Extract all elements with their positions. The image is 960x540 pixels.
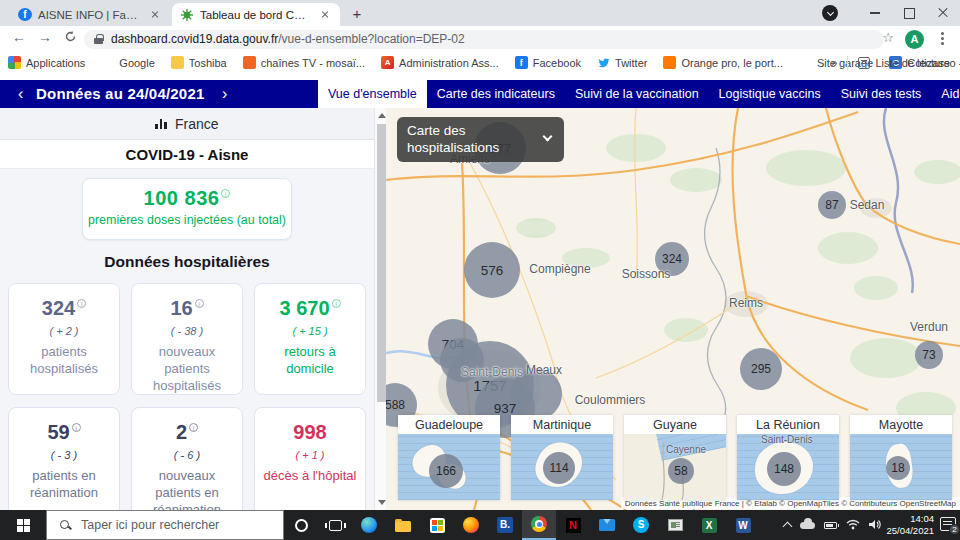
info-icon[interactable] (221, 189, 230, 198)
skype-button[interactable] (624, 510, 658, 540)
profile-avatar[interactable]: A (905, 30, 924, 49)
store-button[interactable] (420, 510, 454, 540)
stat-delta: ( - 6 ) (132, 449, 242, 461)
map-bubble[interactable]: 148 (767, 452, 801, 486)
window-controls (858, 0, 960, 26)
url-input[interactable]: dashboard.covid19.data.gouv.fr/vue-d-ens… (84, 30, 884, 49)
browser-menu-icon[interactable] (941, 37, 944, 40)
maximize-button[interactable] (892, 0, 926, 26)
hospitalisations-map[interactable]: 57787576324704175793758829573 AmiensSeda… (386, 108, 960, 510)
taskbar-search[interactable]: Taper ici pour rechercher (46, 510, 284, 540)
reload-icon[interactable] (64, 30, 77, 46)
close-window-button[interactable] (926, 0, 960, 26)
divider (847, 56, 848, 70)
forward-icon[interactable]: → (38, 29, 52, 45)
info-icon[interactable] (189, 423, 198, 432)
close-icon[interactable] (148, 8, 162, 22)
overseas-card-mayotte[interactable]: Mayotte 18 (850, 415, 952, 500)
file-explorer-button[interactable] (386, 510, 420, 540)
bookmark-twitter[interactable]: Twitter (597, 56, 647, 69)
volume-icon[interactable] (869, 516, 882, 534)
new-tab-button[interactable]: + (348, 5, 366, 23)
word-button[interactable] (726, 510, 760, 540)
bookmark-orange-pro[interactable]: Orange pro, le port... (663, 56, 783, 69)
city-label-sedan: Sedan (850, 198, 885, 212)
tab-vue-densemble[interactable]: Vue d'ensemble (318, 80, 427, 108)
info-icon[interactable] (195, 299, 204, 308)
bar-chart-icon (155, 119, 167, 129)
tab-suivi-des-tests[interactable]: Suivi des tests (831, 80, 932, 108)
scroll-up-icon[interactable] (378, 113, 386, 118)
battery-icon[interactable] (824, 522, 837, 529)
wifi-icon[interactable] (846, 516, 860, 534)
netflix-button[interactable] (556, 510, 590, 540)
map-bubble[interactable]: 166 (429, 454, 463, 488)
tray-expand-icon[interactable] (783, 522, 793, 532)
vaccine-value: 100 836 (83, 187, 291, 210)
mail-button[interactable] (590, 510, 624, 540)
start-button[interactable] (0, 510, 46, 540)
minimize-button[interactable] (858, 0, 892, 26)
onedrive-cloud-icon[interactable] (800, 522, 815, 529)
firefox-button[interactable] (454, 510, 488, 540)
tab-suivi-vaccination[interactable]: Suivi de la vaccination (565, 80, 709, 108)
info-icon[interactable] (77, 299, 86, 308)
scroll-down-icon[interactable] (378, 500, 386, 505)
previous-date-button[interactable]: ‹ (18, 80, 23, 108)
stat-label: retours à domicile (255, 344, 365, 378)
action-center-button[interactable]: 2 (940, 517, 956, 531)
task-view-icon (329, 520, 342, 531)
bookmark-administration[interactable]: Administration Ass... (381, 56, 499, 69)
tab-covid-dashboard[interactable]: Tableau de bord COVID-19 Suivi (172, 3, 340, 26)
bookmark-google[interactable]: Google (101, 56, 154, 69)
bookmark-toshiba[interactable]: Toshiba (171, 56, 227, 69)
edge-button[interactable] (352, 510, 386, 540)
reading-list-button[interactable]: Liste de lecture (875, 57, 950, 69)
edge-icon (361, 517, 377, 533)
tab-logistique-vaccins[interactable]: Logistique vaccins (709, 80, 831, 108)
sidebar-scrollbar[interactable] (374, 108, 386, 510)
chrome-button[interactable] (522, 510, 556, 540)
bookmark-star-icon[interactable]: ☆ (882, 30, 894, 45)
tab-aides-entreprises[interactable]: Aides entreprises (931, 80, 960, 108)
info-icon[interactable] (332, 299, 341, 308)
map-bubble-87[interactable]: 87 (818, 191, 846, 219)
next-date-button[interactable]: › (222, 80, 227, 108)
lock-icon[interactable] (94, 34, 103, 45)
dashboard-nav: Vue d'ensemble Carte des indicateurs Sui… (318, 80, 960, 108)
tab-carte-des-indicateurs[interactable]: Carte des indicateurs (427, 80, 565, 108)
overseas-card-guadeloupe[interactable]: Guadeloupe 166 (398, 415, 500, 500)
excel-button[interactable] (692, 510, 726, 540)
scrollbar-thumb[interactable] (377, 124, 386, 402)
close-icon[interactable] (318, 8, 332, 22)
map-bubble[interactable]: 58 (668, 458, 694, 484)
news-button[interactable] (658, 510, 692, 540)
overseas-card-martinique[interactable]: Martinique 114 (511, 415, 613, 500)
taskbar-clock[interactable]: 14:04 25/04/2021 (886, 510, 934, 540)
bookmark-facebook[interactable]: Facebook (515, 56, 581, 69)
map-bubble[interactable]: 18 (886, 456, 910, 480)
overseas-card-la-reunion[interactable]: La Réunion Saint-Denis 148 (737, 415, 839, 500)
bookmark-applications[interactable]: Applications (8, 56, 85, 69)
clock-time: 14:04 (910, 513, 934, 525)
bookmark-chaines-tv[interactable]: chaînes TV - mosaï... (243, 56, 365, 69)
map-bubble-295[interactable]: 295 (740, 348, 782, 390)
back-icon[interactable]: ← (12, 29, 26, 45)
map-layer-dropdown[interactable]: Carte des hospitalisations (397, 117, 564, 162)
territory-selector[interactable]: France (0, 108, 374, 140)
cortana-button[interactable] (284, 510, 318, 540)
word-icon (736, 518, 751, 533)
bookmarks-overflow-button[interactable]: » (831, 56, 838, 70)
clock-date: 25/04/2021 (886, 525, 934, 537)
map-bubble[interactable]: 114 (543, 452, 575, 484)
overseas-card-guyane[interactable]: Guyane Cayenne 58 (624, 415, 726, 500)
map-bubble-73[interactable]: 73 (915, 341, 943, 369)
media-controls-button[interactable] (822, 5, 838, 21)
b-app-button[interactable] (488, 510, 522, 540)
task-view-button[interactable] (318, 510, 352, 540)
map-bubble-576[interactable]: 576 (464, 242, 520, 298)
dashboard-header: ‹ Données au 24/04/2021 › Vue d'ensemble… (0, 80, 960, 108)
bookmark-label: Toshiba (189, 57, 227, 69)
tab-facebook[interactable]: AISNE INFO | Facebook (10, 3, 170, 26)
info-icon[interactable] (72, 423, 81, 432)
